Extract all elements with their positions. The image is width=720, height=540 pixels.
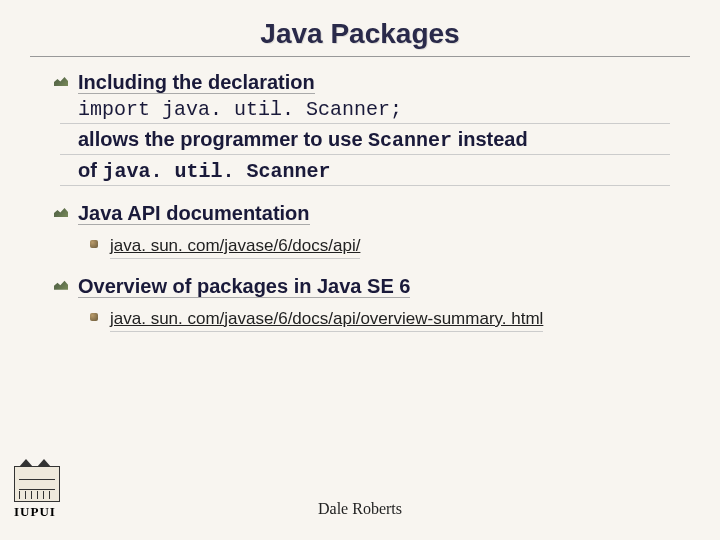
slide-title: Java Packages xyxy=(0,0,720,54)
bullet-2-text: Java API documentation xyxy=(78,202,310,225)
bullet-1-line3: allows the programmer to use Scanner ins… xyxy=(60,126,670,155)
bullet-item-3: Overview of packages in Java SE 6 xyxy=(60,273,670,299)
overview-link[interactable]: java. sun. com/javase/6/docs/api/overvie… xyxy=(110,307,543,332)
bullet-item-2: Java API documentation xyxy=(60,200,670,226)
bullet-3-text: Overview of packages in Java SE 6 xyxy=(78,275,410,298)
content-area: Including the declaration import java. u… xyxy=(0,69,720,332)
slide: Java Packages Including the declaration … xyxy=(0,0,720,540)
logo-building-icon xyxy=(14,466,60,502)
bullet-1-code: import java. util. Scanner; xyxy=(60,95,670,124)
bullet-item-1: Including the declaration xyxy=(60,69,670,95)
bullet-1-line4: of java. util. Scanner xyxy=(60,157,670,186)
bullet-3-link-row: java. sun. com/javase/6/docs/api/overvie… xyxy=(60,307,670,332)
title-divider xyxy=(30,56,690,57)
bullet-1-line1: Including the declaration xyxy=(78,71,315,94)
bullet-2-link-row: java. sun. com/javase/6/docs/api/ xyxy=(60,234,670,259)
api-docs-link[interactable]: java. sun. com/javase/6/docs/api/ xyxy=(110,234,360,259)
footer-author: Dale Roberts xyxy=(0,500,720,518)
